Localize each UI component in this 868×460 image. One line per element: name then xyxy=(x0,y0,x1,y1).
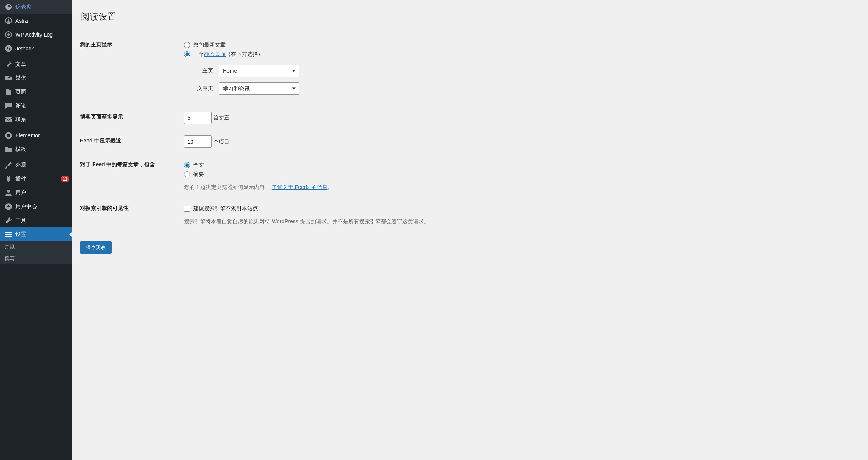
sidebar-item-label: WP Activity Log xyxy=(15,32,69,38)
checkbox-discourage-search-label[interactable]: 建议搜索引擎不索引本站点 xyxy=(193,205,258,212)
row-label-feedcontent: 对于 Feed 中的每篇文章，包含 xyxy=(80,154,180,197)
elementor-icon xyxy=(5,132,12,139)
sidebar-sub-writing[interactable]: 撰写 xyxy=(0,253,72,264)
home-select-label: 主页: xyxy=(192,67,215,74)
svg-point-13 xyxy=(8,205,9,206)
jetpack-icon xyxy=(5,45,12,52)
sidebar-item-label: 外观 xyxy=(15,162,69,169)
feed-items-count-input[interactable] xyxy=(184,135,212,148)
svg-rect-5 xyxy=(5,117,12,122)
feed-description: 您的主题决定浏览器如何显示内容。 了解关于 Feeds 的信息。 xyxy=(184,183,856,191)
settings-form: 您的主页显示 您的最新文章 一个静态页面（在下方选择） 主页: xyxy=(80,33,860,231)
blog-posts-count-input[interactable] xyxy=(184,112,212,124)
activity-icon xyxy=(5,31,12,38)
home-page-select[interactable]: Home xyxy=(219,65,299,77)
sidebar-item-label: 仪表盘 xyxy=(15,3,69,10)
sidebar-item-elementor[interactable]: Elementor xyxy=(0,129,72,142)
svg-rect-10 xyxy=(8,136,10,137)
radio-static-page[interactable] xyxy=(184,51,190,57)
svg-point-11 xyxy=(7,190,10,193)
posts-select-label: 文章页: xyxy=(192,85,215,92)
sidebar-item-jetpack[interactable]: Jetpack xyxy=(0,42,72,55)
sidebar-item-label: 评论 xyxy=(15,102,69,109)
sidebar-item-label: 用户 xyxy=(15,189,69,196)
save-button[interactable]: 保存更改 xyxy=(80,241,112,254)
svg-point-17 xyxy=(6,232,8,233)
svg-point-2 xyxy=(7,33,10,36)
sidebar-item-comments[interactable]: 评论 xyxy=(0,99,72,113)
sidebar-item-label: 页面 xyxy=(15,89,69,95)
row-label-blogcount: 博客页面至多显示 xyxy=(80,106,180,130)
sidebar-item-label: 文章 xyxy=(15,61,69,68)
sidebar-item-label: Astra xyxy=(15,18,69,24)
astra-icon xyxy=(5,17,12,25)
sidebar-item-astra[interactable]: Astra xyxy=(0,14,72,28)
sidebar-item-pages[interactable]: 页面 xyxy=(0,85,72,99)
sidebar-item-label: 设置 xyxy=(15,231,69,238)
sidebar-item-posts[interactable]: 文章 xyxy=(0,57,72,71)
page-title: 阅读设置 xyxy=(81,11,860,23)
sidebar-submenu: 常规 撰写 xyxy=(0,241,72,264)
radio-summary-label[interactable]: 摘要 xyxy=(193,171,204,178)
sidebar-item-usercenter[interactable]: 用户中心 xyxy=(0,200,72,214)
row-label-search: 对搜索引擎的可见性 xyxy=(80,197,180,231)
pin-icon xyxy=(5,60,12,68)
admin-sidebar: 仪表盘 Astra WP Activity Log Jetpack 文章 媒体 … xyxy=(0,0,72,460)
sidebar-item-settings[interactable]: 设置 xyxy=(0,227,72,241)
radio-full-text[interactable] xyxy=(184,162,190,168)
sidebar-item-templates[interactable]: 模板 xyxy=(0,142,72,156)
row-label-homepage: 您的主页显示 xyxy=(80,33,180,106)
update-count-badge: 11 xyxy=(61,176,69,182)
sliders-icon xyxy=(5,231,12,238)
radio-latest-posts-label[interactable]: 您的最新文章 xyxy=(193,42,226,49)
brush-icon xyxy=(5,161,12,169)
sidebar-item-label: 插件 xyxy=(15,176,59,182)
page-icon xyxy=(5,88,12,96)
checkbox-discourage-search[interactable] xyxy=(184,206,190,212)
comment-icon xyxy=(5,102,12,110)
user-icon xyxy=(5,189,12,197)
sidebar-item-tools[interactable]: 工具 xyxy=(0,214,72,227)
sidebar-sub-general[interactable]: 常规 xyxy=(0,241,72,253)
feeds-info-link[interactable]: 了解关于 Feeds 的信息 xyxy=(272,184,328,190)
static-page-link[interactable]: 静态页面 xyxy=(204,51,226,57)
wrench-icon xyxy=(5,217,12,224)
sidebar-item-label: 用户中心 xyxy=(15,203,69,210)
sidebar-item-media[interactable]: 媒体 xyxy=(0,71,72,85)
feed-items-count-suffix: 个项目 xyxy=(213,139,229,145)
radio-static-page-label[interactable]: 一个静态页面（在下方选择） xyxy=(193,51,263,58)
dashboard-icon xyxy=(5,3,12,11)
svg-point-4 xyxy=(8,77,10,78)
sidebar-item-label: 联系 xyxy=(15,116,69,123)
svg-rect-8 xyxy=(8,134,10,135)
svg-point-19 xyxy=(7,236,8,237)
sidebar-item-label: Jetpack xyxy=(15,45,69,52)
blog-posts-count-suffix: 篇文章 xyxy=(213,115,229,121)
svg-rect-7 xyxy=(7,134,8,137)
sidebar-item-appearance[interactable]: 外观 xyxy=(0,158,72,172)
sidebar-item-plugins[interactable]: 插件 11 xyxy=(0,172,72,186)
svg-rect-9 xyxy=(8,135,10,136)
radio-latest-posts[interactable] xyxy=(184,42,190,48)
row-label-feedcount: Feed 中显示最近 xyxy=(80,130,180,154)
mail-icon xyxy=(5,116,12,124)
sidebar-item-label: 模板 xyxy=(15,146,69,153)
sidebar-item-label: Elementor xyxy=(15,132,69,139)
main-content: 阅读设置 您的主页显示 您的最新文章 一个静态页面（在下方选择） xyxy=(72,0,868,460)
sidebar-item-contact[interactable]: 联系 xyxy=(0,113,72,127)
svg-point-18 xyxy=(9,234,11,235)
search-description: 搜索引擎将本着自觉自愿的原则对待 WordPress 提出的请求。并不是所有搜索… xyxy=(184,217,856,226)
sidebar-item-users[interactable]: 用户 xyxy=(0,186,72,200)
plugin-icon xyxy=(5,175,12,183)
posts-page-select[interactable]: 学习和资讯 xyxy=(219,82,299,95)
folder-icon xyxy=(5,146,12,153)
sidebar-item-activitylog[interactable]: WP Activity Log xyxy=(0,28,72,42)
svg-point-3 xyxy=(5,45,12,52)
sidebar-item-label: 工具 xyxy=(15,217,69,224)
media-icon xyxy=(5,74,12,82)
radio-summary[interactable] xyxy=(184,171,190,177)
usercenter-icon xyxy=(5,203,12,211)
sidebar-item-label: 媒体 xyxy=(15,75,69,82)
radio-full-text-label[interactable]: 全文 xyxy=(193,162,204,169)
sidebar-item-dashboard[interactable]: 仪表盘 xyxy=(0,0,72,14)
